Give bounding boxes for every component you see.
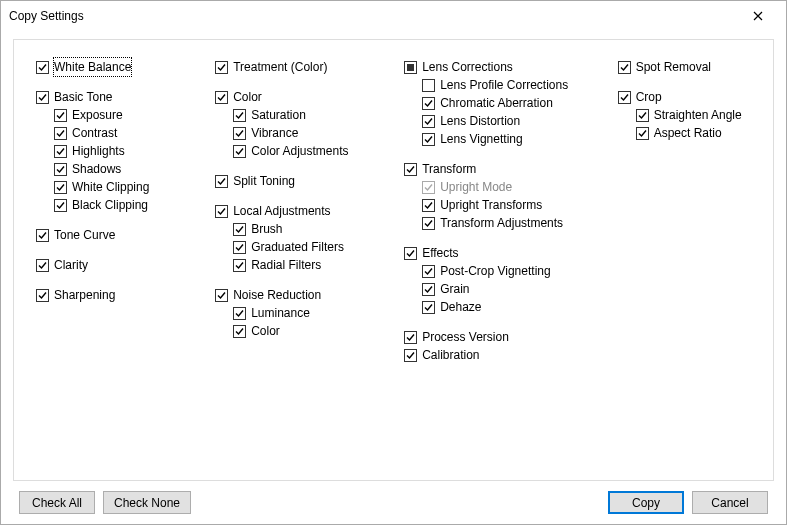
checkbox-transform[interactable]: Transform xyxy=(404,160,586,178)
checkbox-basic-tone[interactable]: Basic Tone xyxy=(36,88,183,106)
checkbox-exposure[interactable]: Exposure xyxy=(54,106,183,124)
checkbox-color[interactable]: Color xyxy=(215,88,372,106)
titlebar: Copy Settings xyxy=(1,1,786,31)
checkbox-lens-corrections[interactable]: Lens Corrections xyxy=(404,58,586,76)
checkbox-highlights[interactable]: Highlights xyxy=(54,142,183,160)
window-title: Copy Settings xyxy=(9,9,738,23)
client-area: White Balance Basic Tone Exposure Contra… xyxy=(1,31,786,524)
button-row: Check All Check None Copy Cancel xyxy=(13,481,774,514)
checkbox-upright-mode: Upright Mode xyxy=(422,178,586,196)
checkbox-transform-adjustments[interactable]: Transform Adjustments xyxy=(422,214,586,232)
checkbox-vibrance[interactable]: Vibrance xyxy=(233,124,372,142)
checkbox-brush[interactable]: Brush xyxy=(233,220,372,238)
column-1: White Balance Basic Tone Exposure Contra… xyxy=(36,58,183,316)
checkbox-aspect-ratio[interactable]: Aspect Ratio xyxy=(636,124,755,142)
checkbox-lens-distortion[interactable]: Lens Distortion xyxy=(422,112,586,130)
checkbox-color-adjustments[interactable]: Color Adjustments xyxy=(233,142,372,160)
check-none-button[interactable]: Check None xyxy=(103,491,191,514)
dialog-copy-settings: Copy Settings White Balance Basic Tone xyxy=(0,0,787,525)
check-all-button[interactable]: Check All xyxy=(19,491,95,514)
checkbox-dehaze[interactable]: Dehaze xyxy=(422,298,586,316)
checkbox-spot-removal[interactable]: Spot Removal xyxy=(618,58,755,76)
checkbox-luminance[interactable]: Luminance xyxy=(233,304,372,322)
checkbox-nr-color[interactable]: Color xyxy=(233,322,372,340)
checkbox-saturation[interactable]: Saturation xyxy=(233,106,372,124)
checkbox-process-version[interactable]: Process Version xyxy=(404,328,586,346)
checkbox-treatment[interactable]: Treatment (Color) xyxy=(215,58,372,76)
checkbox-upright-transforms[interactable]: Upright Transforms xyxy=(422,196,586,214)
checkbox-crop[interactable]: Crop xyxy=(618,88,755,106)
column-4: Spot Removal Crop Straighten Angle Aspec… xyxy=(618,58,755,154)
checkbox-chromatic-aberration[interactable]: Chromatic Aberration xyxy=(422,94,586,112)
checkbox-white-balance[interactable]: White Balance xyxy=(36,58,183,76)
checkbox-split-toning[interactable]: Split Toning xyxy=(215,172,372,190)
checkbox-contrast[interactable]: Contrast xyxy=(54,124,183,142)
checkbox-lens-vignetting[interactable]: Lens Vignetting xyxy=(422,130,586,148)
close-icon xyxy=(753,11,763,21)
close-button[interactable] xyxy=(738,2,778,30)
checkbox-grain[interactable]: Grain xyxy=(422,280,586,298)
column-2: Treatment (Color) Color Saturation Vibra… xyxy=(215,58,372,352)
checkbox-straighten-angle[interactable]: Straighten Angle xyxy=(636,106,755,124)
checkbox-sharpening[interactable]: Sharpening xyxy=(36,286,183,304)
checkbox-effects[interactable]: Effects xyxy=(404,244,586,262)
checkbox-graduated-filters[interactable]: Graduated Filters xyxy=(233,238,372,256)
checkbox-local-adjustments[interactable]: Local Adjustments xyxy=(215,202,372,220)
column-3: Lens Corrections Lens Profile Correction… xyxy=(404,58,586,376)
checkbox-clarity[interactable]: Clarity xyxy=(36,256,183,274)
checkbox-shadows[interactable]: Shadows xyxy=(54,160,183,178)
checkbox-tone-curve[interactable]: Tone Curve xyxy=(36,226,183,244)
cancel-button[interactable]: Cancel xyxy=(692,491,768,514)
checkbox-post-crop-vignetting[interactable]: Post-Crop Vignetting xyxy=(422,262,586,280)
checkbox-black-clipping[interactable]: Black Clipping xyxy=(54,196,183,214)
checkbox-lens-profile[interactable]: Lens Profile Corrections xyxy=(422,76,586,94)
checkbox-radial-filters[interactable]: Radial Filters xyxy=(233,256,372,274)
copy-button[interactable]: Copy xyxy=(608,491,684,514)
checkbox-white-clipping[interactable]: White Clipping xyxy=(54,178,183,196)
checkbox-noise-reduction[interactable]: Noise Reduction xyxy=(215,286,372,304)
columns: White Balance Basic Tone Exposure Contra… xyxy=(36,58,755,376)
settings-group: White Balance Basic Tone Exposure Contra… xyxy=(13,39,774,481)
checkbox-calibration[interactable]: Calibration xyxy=(404,346,586,364)
